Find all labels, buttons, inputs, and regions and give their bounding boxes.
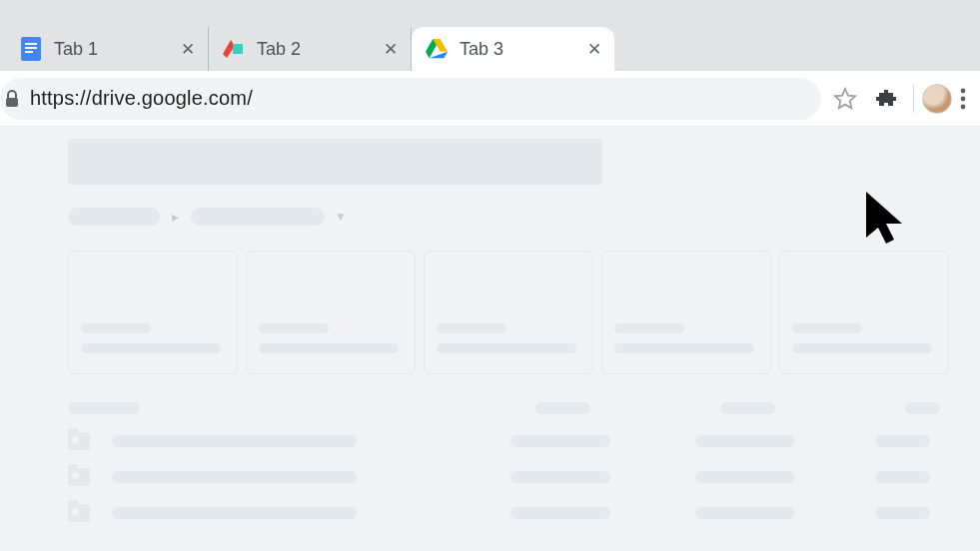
close-icon[interactable]: ✕	[584, 39, 604, 59]
skeleton-pill	[875, 471, 930, 483]
skeleton-pill	[510, 435, 610, 447]
tab-drive[interactable]: Tab 3 ✕	[412, 27, 614, 71]
chevron-down-icon: ▼	[335, 210, 347, 224]
skeleton-pill	[112, 507, 357, 519]
close-icon[interactable]: ✕	[178, 39, 198, 59]
drive-icon	[426, 38, 448, 60]
skeleton-breadcrumb: ▸ ▼	[68, 205, 980, 229]
svg-rect-3	[25, 51, 33, 53]
close-icon[interactable]: ✕	[381, 39, 401, 59]
tab-strip: Tab 1 ✕ Tab 2 ✕ Tab 3 ✕	[0, 0, 980, 71]
skeleton-card	[601, 251, 771, 374]
skeleton-card	[424, 251, 593, 374]
skeleton-pill	[191, 208, 325, 226]
extensions-icon[interactable]	[875, 88, 897, 110]
skeleton-list-row	[68, 468, 980, 486]
folder-shared-icon	[68, 432, 90, 450]
folder-shared-icon	[68, 504, 90, 522]
svg-rect-9	[6, 98, 18, 107]
skeleton-pill	[905, 402, 940, 414]
skeleton-pill	[510, 471, 610, 483]
page-content-loading: ▸ ▼	[0, 139, 980, 551]
svg-point-12	[961, 104, 966, 109]
skeleton-cards-row	[68, 251, 980, 374]
browser-toolbar	[0, 71, 980, 127]
skeleton-card	[68, 251, 238, 374]
skeleton-pill	[68, 402, 140, 414]
bookmark-star-icon[interactable]	[833, 87, 857, 111]
svg-rect-1	[25, 43, 37, 45]
skeleton-list-row	[68, 504, 980, 522]
separator	[913, 85, 914, 113]
skeleton-list-row	[68, 432, 980, 450]
skeleton-pill	[875, 435, 930, 447]
tab-docs[interactable]: Tab 1 ✕	[6, 27, 209, 71]
folder-shared-icon	[68, 468, 90, 486]
skeleton-card	[779, 251, 949, 374]
url-input[interactable]	[30, 87, 805, 110]
skeleton-searchbar	[68, 139, 602, 185]
skeleton-pill	[510, 507, 610, 519]
tab-app[interactable]: Tab 2 ✕	[209, 27, 412, 71]
tab-label: Tab 2	[257, 39, 381, 60]
lock-icon	[2, 90, 20, 108]
chevron-right-icon: ▸	[172, 209, 179, 225]
skeleton-pill	[68, 208, 160, 226]
skeleton-pill	[695, 435, 795, 447]
skeleton-pill	[112, 435, 357, 447]
svg-rect-2	[25, 47, 37, 49]
skeleton-pill	[875, 507, 930, 519]
profile-avatar[interactable]	[922, 84, 952, 114]
skeleton-pill	[720, 402, 775, 414]
address-bar[interactable]	[0, 78, 821, 120]
skeleton-pill	[535, 402, 590, 414]
docs-icon	[20, 38, 42, 60]
svg-point-11	[961, 96, 966, 101]
svg-marker-5	[233, 44, 243, 54]
skeleton-list-header	[68, 402, 980, 414]
skeleton-card	[246, 251, 416, 374]
kebab-menu-icon[interactable]	[960, 88, 966, 110]
app-icon	[223, 38, 245, 60]
tab-label: Tab 3	[460, 39, 584, 60]
skeleton-pill	[695, 507, 795, 519]
svg-point-10	[961, 88, 966, 93]
skeleton-pill	[695, 471, 795, 483]
tab-label: Tab 1	[54, 39, 178, 60]
skeleton-pill	[112, 471, 357, 483]
